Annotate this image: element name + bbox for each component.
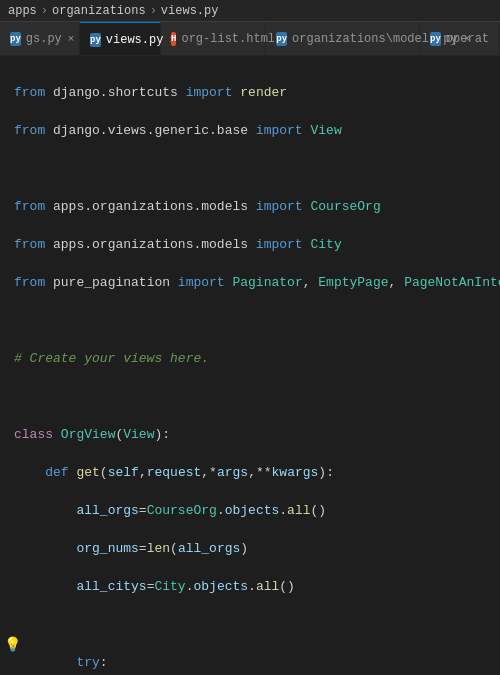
tab-icon-gs: py [10,32,21,46]
tab-icon-models: py [276,32,287,46]
tab-operat[interactable]: py operat [420,22,500,56]
tabs-bar: py gs.py × py views.py × H org-list.html… [0,22,500,56]
code-line-10: class OrgView(View): [14,425,492,444]
code-area: from django.shortcuts import render from… [0,56,500,675]
code-line-4: from apps.organizations.models import Co… [14,197,492,216]
breadcrumb-apps[interactable]: apps [8,4,37,18]
tab-label-gs: gs.py [26,32,62,46]
breadcrumb-sep-2: › [150,4,157,18]
tab-icon-views: py [90,33,101,47]
code-line-2: from django.views.generic.base import Vi… [14,121,492,140]
tab-org-list[interactable]: H org-list.html × [161,22,266,56]
code-line-14: all_citys=City.objects.all() [14,577,492,596]
code-line-12: all_orgs=CourseOrg.objects.all() [14,501,492,520]
code-content[interactable]: from django.shortcuts import render from… [0,56,500,675]
breadcrumb-current: views.py [161,4,219,18]
breadcrumb-sep-1: › [41,4,48,18]
code-line-15 [14,615,492,634]
tab-icon-org-list: H [171,32,176,46]
code-line-1: from django.shortcuts import render [14,83,492,102]
code-line-13: org_nums=len(all_orgs) [14,539,492,558]
tab-views[interactable]: py views.py × [80,22,161,56]
code-line-16: try: [14,653,492,672]
code-line-7 [14,311,492,330]
code-line-3 [14,159,492,178]
tab-close-gs[interactable]: × [68,33,75,45]
code-line-5: from apps.organizations.models import Ci… [14,235,492,254]
breadcrumb-organizations[interactable]: organizations [52,4,146,18]
code-line-9 [14,387,492,406]
tab-label-views: views.py [106,33,164,47]
breadcrumb-bar: apps › organizations › views.py [0,0,500,22]
tab-label-operat: operat [446,32,489,46]
code-line-11: def get(self,request,*args,**kwargs): [14,463,492,482]
tab-models[interactable]: py organizations\models.py × [266,22,420,56]
code-line-8: # Create your views here. [14,349,492,368]
tab-label-org-list: org-list.html [181,32,275,46]
tab-gs[interactable]: py gs.py × [0,22,80,56]
code-line-6: from pure_pagination import Paginator, E… [14,273,492,292]
tab-icon-operat: py [430,32,441,46]
lightbulb-icon[interactable]: 💡 [4,636,21,653]
